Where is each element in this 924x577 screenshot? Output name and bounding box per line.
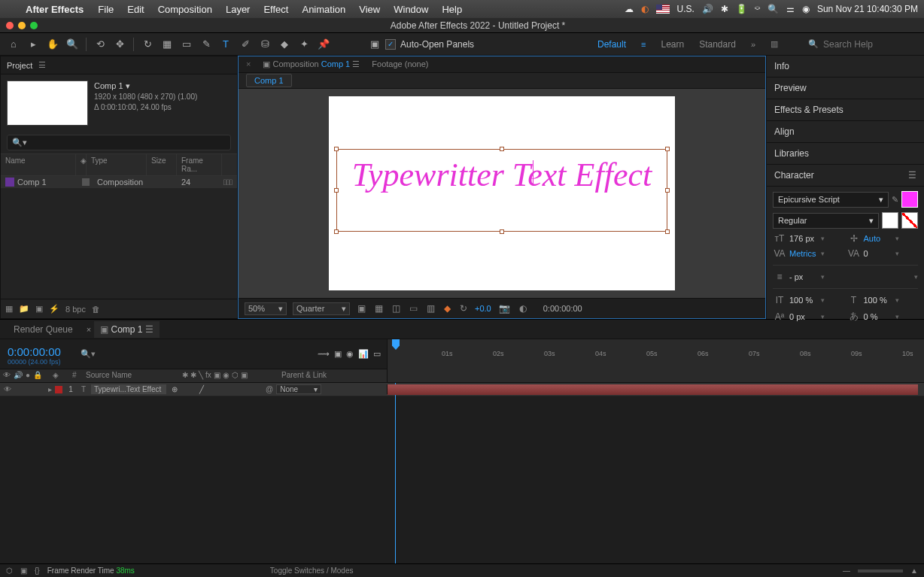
project-tab[interactable]: Project — [7, 61, 32, 70]
align-panel-tab[interactable]: Align — [767, 121, 924, 143]
status-icon[interactable]: ▣ — [20, 566, 27, 575]
vscale-value[interactable]: 100 % — [789, 296, 816, 305]
comp-tab-close[interactable]: × — [246, 59, 251, 68]
kerning-value[interactable]: Metrics — [789, 249, 816, 258]
panel-toggle-icon[interactable]: ▣ — [366, 35, 384, 53]
workspace-default[interactable]: Default — [597, 39, 626, 50]
switch-quality[interactable]: ╱ — [196, 385, 207, 393]
menu-layer[interactable]: Layer — [226, 4, 251, 15]
window-zoom[interactable] — [30, 22, 38, 29]
zoom-slider[interactable] — [858, 569, 903, 572]
bluetooth-icon[interactable]: ✱ — [721, 4, 728, 14]
wifi-icon[interactable]: ⌔ — [755, 4, 760, 14]
font-size-value[interactable]: 176 px — [789, 234, 816, 243]
col-size[interactable]: Size — [147, 154, 177, 175]
show-snapshot-icon[interactable]: ◐ — [518, 303, 528, 314]
pen-tool[interactable]: ✎ — [197, 35, 215, 53]
zoom-tool[interactable]: 🔍 — [63, 35, 81, 53]
col-parent[interactable]: Parent & Link — [278, 369, 387, 382]
resize-handle[interactable] — [665, 147, 670, 151]
font-style-dropdown[interactable]: Regular▾ — [773, 213, 879, 229]
control-center-icon[interactable]: ⚌ — [786, 4, 795, 14]
info-panel-tab[interactable]: Info — [767, 56, 924, 77]
visibility-toggle[interactable]: 👁 — [3, 385, 12, 393]
motion-blur-icon[interactable]: ◉ — [346, 349, 354, 359]
eyedropper-icon[interactable]: ✎ — [892, 195, 898, 205]
composition-canvas[interactable]: Typewritter Text Effect — [329, 96, 675, 290]
col-type[interactable]: Type — [87, 154, 147, 175]
tab-close-icon[interactable]: × — [87, 325, 91, 334]
window-close[interactable] — [6, 22, 14, 29]
workspace-options-icon[interactable]: ▥ — [771, 39, 778, 49]
menu-help[interactable]: Help — [442, 4, 462, 15]
switch-icon[interactable]: ╲ — [199, 371, 203, 381]
timeline-layer-row[interactable]: 👁 ▸ 1 T Typewri...Text Effect ⊕ ╱ @ None… — [0, 383, 924, 396]
menu-animation[interactable]: Animation — [302, 4, 345, 15]
text-layer-bounds[interactable]: Typewritter Text Effect — [336, 149, 667, 232]
switch-icon[interactable]: ✱ — [190, 371, 196, 381]
resize-handle[interactable] — [500, 147, 504, 151]
locale-label[interactable]: U.S. — [677, 4, 695, 14]
col-num[interactable]: # — [71, 369, 83, 382]
twirl-icon[interactable]: ▸ — [48, 385, 52, 393]
volume-icon[interactable]: 🔊 — [702, 4, 713, 14]
resolution-dropdown[interactable]: Quarter▾ — [293, 302, 350, 315]
fast-preview-icon[interactable]: ▣ — [356, 303, 367, 314]
input-source-flag[interactable] — [656, 5, 670, 14]
menu-file[interactable]: File — [98, 4, 114, 15]
lock-col-icon[interactable]: 🔒 — [33, 371, 42, 381]
new-comp-icon[interactable]: ▣ — [35, 304, 43, 314]
project-search[interactable]: 🔍▾ — [7, 135, 231, 150]
workspace-learn[interactable]: Learn — [661, 39, 684, 50]
brush-tool[interactable]: ✐ — [236, 35, 254, 53]
exposure-value[interactable]: +0.0 — [475, 304, 491, 313]
video-col-icon[interactable]: 👁 — [3, 371, 11, 381]
selection-tool[interactable]: ▸ — [24, 35, 42, 53]
guides-icon[interactable]: ▥ — [425, 303, 436, 314]
shy-icon[interactable]: ⟿ — [318, 349, 330, 359]
zoom-out-icon[interactable]: — — [843, 566, 850, 575]
footage-tab[interactable]: Footage (none) — [372, 59, 428, 68]
type-tool[interactable]: T — [217, 35, 235, 53]
playhead[interactable] — [392, 339, 400, 350]
home-tool[interactable]: ⌂ — [5, 35, 23, 53]
orbit-tool[interactable]: ⟲ — [91, 35, 109, 53]
workspace-standard[interactable]: Standard — [699, 39, 736, 50]
reset-exposure-icon[interactable]: ↻ — [458, 303, 469, 314]
preview-timecode[interactable]: 0:00:00:00 — [543, 304, 582, 313]
zoom-in-icon[interactable]: ▲ — [910, 566, 918, 575]
cc-icon[interactable]: ◐ — [641, 4, 649, 14]
trash-icon[interactable]: 🗑 — [92, 305, 100, 314]
mask-icon[interactable]: ◫ — [391, 303, 402, 314]
shape-tool[interactable]: ▭ — [178, 35, 196, 53]
col-name[interactable]: Name — [1, 154, 76, 175]
status-icon[interactable]: ⬡ — [6, 566, 13, 575]
layer-name[interactable]: Typewri...Text Effect — [91, 384, 166, 394]
resize-handle[interactable] — [665, 229, 670, 234]
eraser-tool[interactable]: ◆ — [275, 35, 293, 53]
parent-pickwhip-icon[interactable]: @ — [266, 385, 273, 393]
rotate-tool[interactable]: ↻ — [138, 35, 157, 53]
audio-col-icon[interactable]: 🔊 — [14, 371, 23, 381]
layer-duration-bar[interactable] — [388, 383, 924, 396]
battery-icon[interactable]: 🔋 — [736, 4, 747, 14]
composition-tab[interactable]: ▣ Composition Comp 1 ☰ — [263, 59, 360, 69]
menu-effect[interactable]: Effect — [263, 4, 288, 15]
solo-col-icon[interactable]: ● — [26, 371, 30, 381]
flowchart-icon[interactable]: �ำ — [223, 178, 233, 187]
app-name[interactable]: After Effects — [26, 4, 84, 15]
region-icon[interactable]: ▭ — [408, 303, 419, 314]
stroke-width-value[interactable]: - px — [789, 272, 816, 281]
libraries-panel-tab[interactable]: Libraries — [767, 143, 924, 165]
menu-composition[interactable]: Composition — [158, 4, 212, 15]
col-label-icon[interactable]: ◈ — [76, 154, 87, 175]
menu-edit[interactable]: Edit — [127, 4, 144, 15]
hand-tool[interactable]: ✋ — [44, 35, 62, 53]
preview-panel-tab[interactable]: Preview — [767, 77, 924, 99]
menu-view[interactable]: View — [359, 4, 380, 15]
resize-handle[interactable] — [334, 229, 339, 234]
switch-icon[interactable]: fx — [205, 371, 211, 381]
switch-icon[interactable]: ⬡ — [232, 371, 239, 381]
workspace-menu-icon[interactable]: ≡ — [641, 40, 646, 49]
adjustment-icon[interactable]: ⚡ — [49, 304, 59, 314]
